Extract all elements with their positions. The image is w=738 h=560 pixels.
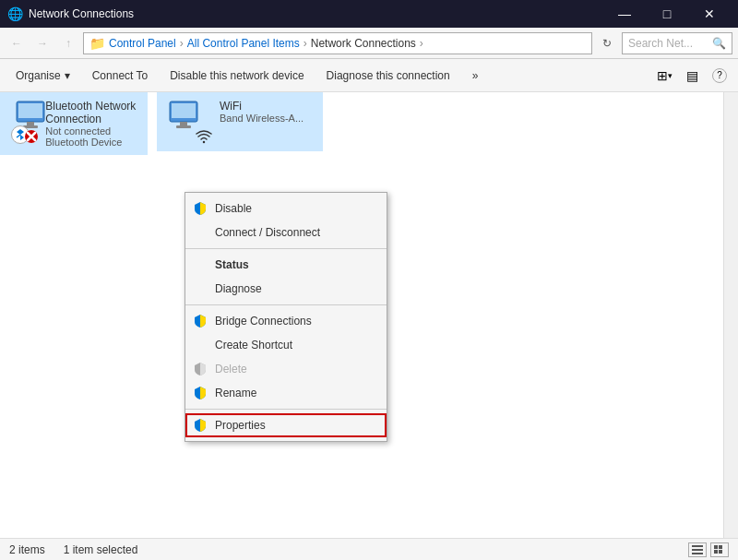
connect-to-button[interactable]: Connect To <box>82 63 159 89</box>
svg-rect-1 <box>18 103 42 118</box>
folder-icon: 📁 <box>89 36 105 51</box>
organise-button[interactable]: Organise ▾ <box>6 63 80 89</box>
menu-item-diagnose[interactable]: Diagnose <box>185 277 387 301</box>
menu-item-status[interactable]: Status <box>185 253 387 277</box>
disable-button[interactable]: Disable this network device <box>160 63 314 89</box>
close-button[interactable]: ✕ <box>688 0 731 28</box>
menu-item-disable[interactable]: Disable <box>185 197 387 220</box>
preview-pane-button[interactable]: ▤ <box>679 63 705 89</box>
view-icon: ⊞ <box>657 68 668 83</box>
window-title: Network Connections <box>29 7 603 20</box>
search-icon[interactable]: 🔍 <box>712 37 726 50</box>
properties-label: Properties <box>215 419 266 432</box>
delete-label: Delete <box>215 363 247 375</box>
organise-label: Organise <box>16 69 61 82</box>
maximize-button[interactable]: □ <box>646 0 688 28</box>
bluetooth-text: Bluetooth Network Connection Not connect… <box>45 100 137 148</box>
svg-rect-17 <box>714 545 718 549</box>
svg-rect-20 <box>719 550 722 554</box>
wifi-name: WiFi <box>220 100 304 113</box>
bridge-label: Bridge Connections <box>215 315 312 328</box>
rename-shield-icon <box>193 386 208 400</box>
bluetooth-icon <box>11 100 38 144</box>
menu-item-connect[interactable]: Connect / Disconnect <box>185 220 387 244</box>
search-placeholder: Search Net... <box>628 37 693 50</box>
forward-button[interactable]: → <box>31 32 54 54</box>
sep2: › <box>304 37 307 50</box>
menu-item-shortcut[interactable]: Create Shortcut <box>185 333 387 357</box>
svg-rect-16 <box>692 553 703 554</box>
grid-view-icon <box>714 545 725 554</box>
address-path[interactable]: 📁 Control Panel › All Control Panel Item… <box>83 32 592 54</box>
disable-label: Disable this network device <box>170 69 304 82</box>
list-view-icon <box>692 545 703 554</box>
disable-label: Disable <box>215 202 252 215</box>
scroll-indicator[interactable] <box>723 92 738 538</box>
svg-rect-11 <box>172 103 196 118</box>
diagnose-label: Diagnose this connection <box>327 69 450 82</box>
selection-info: 1 item selected <box>64 543 138 556</box>
wifi-text: WiFi Band Wireless-A... <box>220 100 304 124</box>
shortcut-label: Create Shortcut <box>215 339 292 351</box>
status-bar: 2 items 1 item selected <box>0 538 738 560</box>
wifi-item[interactable]: WiFi Band Wireless-A... <box>157 92 323 151</box>
breadcrumb-control-panel[interactable]: Control Panel <box>109 37 176 50</box>
svg-rect-15 <box>692 549 703 551</box>
svg-rect-19 <box>714 550 718 554</box>
help-button[interactable]: ? <box>707 63 732 89</box>
wifi-icon-container <box>168 100 212 144</box>
back-button[interactable]: ← <box>6 32 28 54</box>
connect-to-label: Connect To <box>92 69 149 82</box>
svg-rect-13 <box>176 125 191 128</box>
preview-icon: ▤ <box>686 68 698 83</box>
delete-shield-icon <box>193 362 208 376</box>
refresh-button[interactable]: ↻ <box>596 32 618 54</box>
properties-shield-icon <box>193 418 208 433</box>
view-details-button[interactable] <box>688 542 707 557</box>
items-count: 2 items <box>9 543 45 556</box>
separator-3 <box>185 409 387 410</box>
bluetooth-type: Bluetooth Device <box>45 137 137 148</box>
bridge-shield-icon <box>193 314 208 328</box>
context-menu: Disable Connect / Disconnect Status Diag… <box>184 192 387 442</box>
breadcrumb-all-items[interactable]: All Control Panel Items <box>187 37 300 50</box>
svg-rect-14 <box>692 545 703 547</box>
disable-shield-icon <box>193 201 208 216</box>
window-controls: — □ ✕ <box>603 0 731 28</box>
breadcrumb-network: Network Connections <box>311 37 416 50</box>
svg-rect-18 <box>719 545 722 549</box>
status-label: Status <box>215 258 249 271</box>
bluetooth-status: Not connected <box>45 125 137 137</box>
view-icons-button[interactable] <box>710 542 729 557</box>
status-bar-right <box>688 542 729 557</box>
connect-label: Connect / Disconnect <box>215 226 320 239</box>
menu-item-delete[interactable]: Delete <box>185 357 387 381</box>
menu-item-bridge[interactable]: Bridge Connections <box>185 309 387 333</box>
view-options-button[interactable]: ⊞ ▾ <box>651 63 677 89</box>
error-x-icon <box>24 129 39 144</box>
menu-item-rename[interactable]: Rename <box>185 381 387 405</box>
diagnose-button[interactable]: Diagnose this connection <box>316 63 460 89</box>
separator-1 <box>185 248 387 249</box>
main-content: Bluetooth Network Connection Not connect… <box>0 92 738 538</box>
diagnose-menu-label: Diagnose <box>215 282 262 295</box>
minimize-button[interactable]: — <box>603 0 646 28</box>
more-label: » <box>472 69 479 82</box>
separator-2 <box>185 304 387 305</box>
sep1: › <box>180 37 184 50</box>
bluetooth-item[interactable]: Bluetooth Network Connection Not connect… <box>0 92 148 155</box>
view-chevron: ▾ <box>668 71 673 80</box>
organise-chevron: ▾ <box>65 69 70 82</box>
menu-item-properties[interactable]: Properties <box>185 413 387 437</box>
wifi-signal-icon <box>196 129 212 144</box>
bluetooth-name: Bluetooth Network Connection <box>45 100 137 125</box>
more-button[interactable]: » <box>462 63 489 89</box>
app-icon: 🌐 <box>7 6 23 21</box>
svg-line-5 <box>17 135 20 137</box>
title-bar: 🌐 Network Connections — □ ✕ <box>0 0 738 28</box>
help-icon: ? <box>712 68 727 83</box>
up-button[interactable]: ↑ <box>57 32 79 54</box>
wifi-status: Band Wireless-A... <box>220 113 304 124</box>
toolbar: Organise ▾ Connect To Disable this netwo… <box>0 59 738 92</box>
search-box[interactable]: Search Net... 🔍 <box>622 32 732 54</box>
